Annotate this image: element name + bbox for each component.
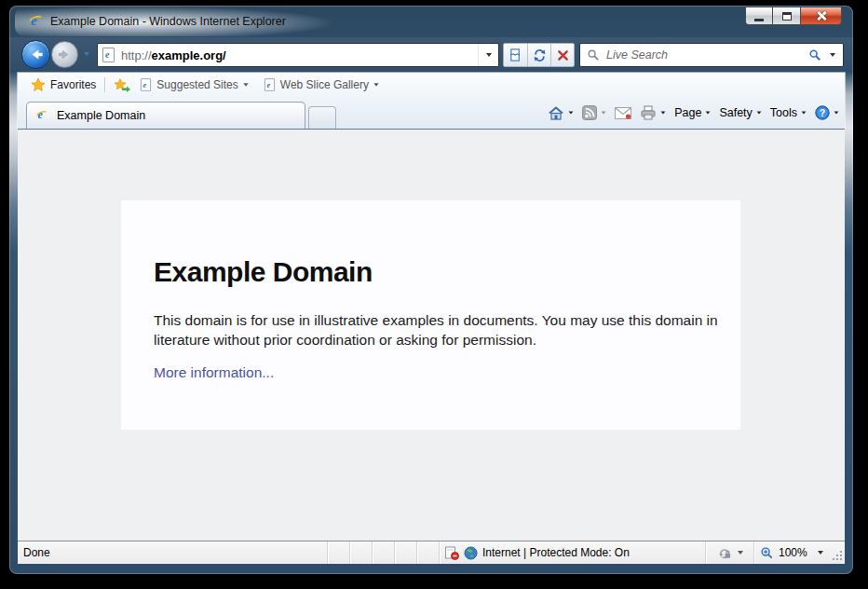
new-tab-button[interactable] bbox=[308, 106, 336, 129]
more-information-link[interactable]: More information... bbox=[154, 364, 274, 381]
status-cell bbox=[327, 541, 349, 564]
stop-icon bbox=[557, 49, 569, 62]
recent-pages-dropdown[interactable] bbox=[84, 52, 89, 56]
chevron-down-icon bbox=[602, 111, 606, 114]
favorites-item-suggested-sites[interactable]: Suggested Sites bbox=[140, 77, 248, 92]
favorites-star-icon bbox=[31, 77, 46, 92]
help-menu[interactable]: ? bbox=[815, 105, 839, 120]
maximize-icon bbox=[782, 12, 792, 21]
svg-text:?: ? bbox=[820, 108, 825, 118]
compatibility-view-button[interactable] bbox=[504, 44, 527, 66]
page-menu[interactable]: Page bbox=[674, 106, 711, 119]
page-icon bbox=[264, 78, 275, 91]
home-button[interactable] bbox=[548, 105, 574, 120]
status-cell bbox=[372, 541, 394, 564]
chevron-down-icon bbox=[661, 111, 666, 114]
browser-window: Example Domain - Windows Internet Explor… bbox=[9, 6, 853, 574]
internet-zone-globe-icon bbox=[464, 546, 478, 560]
mail-icon bbox=[615, 107, 631, 119]
navigation-bar: http://example.org/ bbox=[9, 37, 853, 73]
back-button[interactable] bbox=[21, 40, 50, 69]
read-mail-button[interactable] bbox=[615, 107, 631, 119]
search-options-dropdown[interactable] bbox=[830, 53, 835, 57]
inprivate-filtering-button[interactable] bbox=[705, 541, 753, 564]
ie-logo-icon bbox=[28, 14, 44, 29]
ie-page-icon bbox=[35, 110, 48, 122]
zoom-level: 100% bbox=[779, 546, 807, 559]
suggested-sites-label: Suggested Sites bbox=[156, 78, 237, 91]
search-box[interactable]: Live Search bbox=[579, 43, 844, 67]
tools-menu[interactable]: Tools bbox=[770, 106, 807, 119]
page-paragraph: This domain is for use in illustrative e… bbox=[154, 310, 724, 349]
url-text[interactable]: http://example.org/ bbox=[121, 48, 478, 62]
status-cell bbox=[349, 541, 372, 564]
status-cell bbox=[394, 541, 416, 564]
add-favorite-icon[interactable] bbox=[114, 78, 130, 92]
chevron-down-icon bbox=[243, 83, 248, 86]
tab-example-domain[interactable]: Example Domain bbox=[26, 102, 305, 129]
chevron-down-icon bbox=[834, 111, 839, 114]
toolbar-band: Favorites Suggested Sites Web Slice Gall… bbox=[18, 73, 845, 129]
page-viewport: Example Domain This domain is for use in… bbox=[18, 130, 845, 541]
rss-feed-icon bbox=[582, 105, 597, 120]
security-zone-section[interactable]: Internet | Protected Mode: On bbox=[439, 541, 705, 564]
address-dropdown-button[interactable] bbox=[478, 44, 498, 66]
chevron-down-icon bbox=[738, 551, 743, 555]
forward-button[interactable] bbox=[51, 41, 78, 68]
status-bar: Done Internet | Protected Mode: On bbox=[18, 541, 845, 564]
chevron-down-icon bbox=[706, 111, 711, 114]
search-icon bbox=[587, 48, 601, 62]
refresh-icon bbox=[533, 48, 547, 62]
chevron-down-icon bbox=[373, 83, 378, 86]
example-domain-card: Example Domain This domain is for use in… bbox=[121, 200, 740, 430]
zoom-icon bbox=[760, 546, 774, 560]
safety-menu-label: Safety bbox=[719, 106, 752, 119]
title-bar[interactable]: Example Domain - Windows Internet Explor… bbox=[9, 6, 853, 37]
address-bar[interactable]: http://example.org/ bbox=[97, 43, 499, 67]
tools-menu-label: Tools bbox=[770, 106, 797, 119]
favorites-item-web-slice-gallery[interactable]: Web Slice Gallery bbox=[264, 77, 379, 92]
zoom-control[interactable]: 100% bbox=[753, 541, 832, 564]
chevron-down-icon bbox=[569, 111, 574, 114]
minimize-button[interactable] bbox=[745, 7, 773, 25]
close-button[interactable] bbox=[801, 7, 842, 25]
page-menu-label: Page bbox=[674, 106, 701, 119]
stop-button[interactable] bbox=[550, 44, 574, 66]
safety-menu[interactable]: Safety bbox=[719, 106, 761, 119]
tab-title: Example Domain bbox=[57, 109, 145, 122]
close-icon bbox=[816, 10, 827, 21]
page-icon bbox=[141, 78, 151, 91]
page-action-buttons bbox=[503, 43, 575, 67]
web-slice-gallery-label: Web Slice Gallery bbox=[280, 78, 369, 91]
chevron-down-icon bbox=[818, 551, 823, 555]
print-button[interactable] bbox=[640, 105, 666, 120]
separator bbox=[104, 77, 105, 92]
feeds-button[interactable] bbox=[582, 105, 606, 120]
favorites-button[interactable]: Favorites bbox=[50, 78, 96, 91]
status-text: Done bbox=[23, 546, 50, 559]
chevron-down-icon bbox=[802, 111, 807, 114]
resize-grip[interactable] bbox=[832, 541, 845, 564]
home-icon bbox=[548, 105, 564, 120]
inprivate-filtering-icon bbox=[717, 546, 732, 560]
tab-bar: Example Domain bbox=[18, 97, 845, 129]
printer-icon bbox=[640, 105, 657, 120]
chevron-down-icon bbox=[486, 53, 492, 57]
refresh-button[interactable] bbox=[527, 44, 550, 66]
search-go-button[interactable] bbox=[808, 48, 822, 62]
zone-text: Internet | Protected Mode: On bbox=[482, 546, 630, 559]
help-icon: ? bbox=[815, 105, 830, 120]
page-icon bbox=[102, 48, 115, 62]
window-title: Example Domain - Windows Internet Explor… bbox=[50, 15, 286, 28]
chevron-down-icon bbox=[756, 111, 761, 114]
minimize-icon bbox=[754, 19, 764, 21]
url-scheme: http:// bbox=[121, 48, 152, 62]
search-input[interactable]: Live Search bbox=[606, 48, 808, 62]
status-cell bbox=[416, 541, 439, 564]
window-controls bbox=[745, 7, 842, 25]
maximize-button[interactable] bbox=[773, 7, 801, 25]
popup-blocked-icon bbox=[444, 545, 459, 560]
back-arrow-icon bbox=[28, 47, 44, 62]
url-domain: example.org/ bbox=[152, 48, 226, 62]
forward-arrow-icon bbox=[58, 48, 72, 62]
